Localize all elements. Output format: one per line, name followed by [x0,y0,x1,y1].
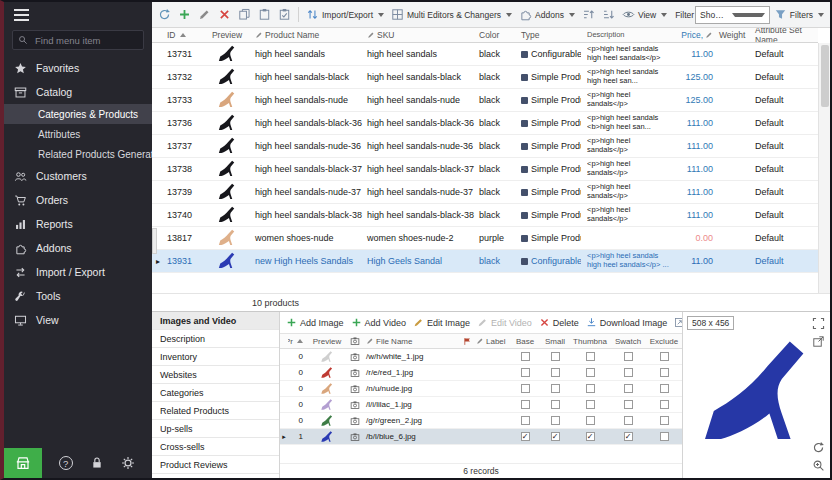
media-row[interactable]: 0 /l/i/lilac_1.jpg [280,397,682,413]
panel-splitter[interactable] [152,228,157,254]
small-checkbox[interactable] [540,381,570,396]
sidebar-item-related-products-generator[interactable]: Related Products Generator [4,144,152,164]
media-row[interactable]: 0 /n/u/nude.jpg [280,381,682,397]
sidebar-item-categories-products[interactable]: Categories & Products [4,104,152,124]
sidebar-item-addons[interactable]: Addons [4,236,152,260]
table-row[interactable]: 13817 women shoes-nude women shoes-nude-… [152,227,818,250]
small-checkbox[interactable] [540,413,570,428]
table-row-selected[interactable]: ▸ 13931 new High Heels Sandals High Geel… [152,250,818,273]
small-checkbox[interactable]: ✓ [540,429,570,444]
add-video-button[interactable]: Add Video [351,317,406,328]
zoom-button[interactable] [812,459,825,472]
swatch-checkbox[interactable] [610,365,646,380]
sidebar-item-favorites[interactable]: Favorites [4,56,152,80]
thumbnail-checkbox[interactable] [570,381,610,396]
filters-menu-button[interactable]: Filters [771,5,827,25]
media-row[interactable]: 0 /w/h/white_1.jpg [280,349,682,365]
sidebar-item-tools[interactable]: Tools [4,284,152,308]
add-product-button[interactable] [175,5,194,25]
media-row[interactable]: 0 /g/r/green_2.jpg [280,413,682,429]
view-menu-button[interactable]: View [619,5,670,25]
column-header-attribute-set[interactable]: Attribute Set Name [752,28,818,42]
sidebar-item-customers[interactable]: Customers [4,164,152,188]
tab-websites[interactable]: Websites [152,366,279,384]
column-header-flag[interactable] [460,334,474,348]
base-checkbox[interactable] [510,365,540,380]
column-header-position[interactable]: Pr [288,334,308,348]
tab-images-and-video[interactable]: Images and Video [152,312,279,330]
column-header-sku[interactable]: SKU [364,28,476,42]
exclude-checkbox[interactable] [646,429,682,444]
tab-description[interactable]: Description [152,330,279,348]
tab-categories[interactable]: Categories [152,384,279,402]
download-image-button[interactable]: Download Image [586,317,668,328]
swatch-checkbox[interactable] [610,413,646,428]
column-header-label[interactable]: Label [474,334,510,348]
exclude-checkbox[interactable] [646,349,682,364]
column-header-small[interactable]: Small [540,334,570,348]
paste-button[interactable] [255,5,274,25]
menu-search-input[interactable] [33,34,138,47]
sidebar-item-reports[interactable]: Reports [4,212,152,236]
multi-editors-menu-button[interactable]: Multi Editors & Changers [388,5,515,25]
table-row[interactable]: 13737 high heel sandals-nude-36 high hee… [152,135,818,158]
base-checkbox[interactable] [510,349,540,364]
swatch-checkbox[interactable] [610,397,646,412]
sort-ascending-button[interactable] [579,5,598,25]
tab-related-products[interactable]: Related Products [152,402,279,420]
swatch-checkbox[interactable]: ✓ [610,429,646,444]
refresh-button[interactable] [155,5,174,25]
column-header-preview[interactable]: Preview [202,28,252,42]
small-checkbox[interactable] [540,397,570,412]
tab-up-sells[interactable]: Up-sells [152,420,279,438]
thumbnail-checkbox[interactable] [570,413,610,428]
column-header-id[interactable]: ID [164,28,202,42]
table-row[interactable]: 13733 high heel sandals-nude high heel s… [152,89,818,112]
rotate-button[interactable] [812,441,825,454]
column-header-thumbnail[interactable]: Thumbna [570,334,610,348]
column-header-product-name[interactable]: Product Name [252,28,364,42]
column-header-price[interactable]: Price, [672,28,716,42]
set-resize-rule-button[interactable]: Set Resize Rule [674,317,682,328]
exclude-checkbox[interactable] [646,413,682,428]
table-row[interactable]: 13740 high heel sandals-black-38 high he… [152,204,818,227]
column-header-type[interactable]: Type [518,28,584,42]
delete-image-button[interactable]: Delete [539,317,579,328]
column-header-description[interactable]: Description [584,28,672,42]
thumbnail-checkbox[interactable]: ✓ [570,429,610,444]
open-external-button[interactable] [812,335,825,348]
base-checkbox[interactable]: ✓ [510,429,540,444]
delete-product-button[interactable] [215,5,234,25]
table-row[interactable]: 13731 high heel sandals high heel sandal… [152,43,818,66]
edit-image-button[interactable]: Edit Image [413,317,470,328]
thumbnail-checkbox[interactable] [570,349,610,364]
sidebar-item-view[interactable]: View [4,308,152,332]
exclude-checkbox[interactable] [646,397,682,412]
add-image-button[interactable]: Add Image [286,317,344,328]
vertical-scrollbar[interactable] [818,43,830,293]
table-row[interactable]: 13736 high heel sandals-black-36 high he… [152,112,818,135]
lock-button[interactable] [90,456,104,470]
column-header-base[interactable]: Base [510,334,540,348]
copy-button[interactable] [235,5,254,25]
column-header-swatch[interactable]: Swatch [610,334,646,348]
hamburger-menu-button[interactable] [4,2,152,28]
addons-menu-button[interactable]: Addons [516,5,578,25]
scrollbar-thumb[interactable] [821,45,829,107]
column-header-file-name[interactable]: File Name [364,334,460,348]
base-checkbox[interactable] [510,413,540,428]
paste-special-button[interactable] [275,5,294,25]
category-filter-select[interactable]: Show products from selected categories [695,6,770,24]
tab-inventory[interactable]: Inventory [152,348,279,366]
import-export-menu-button[interactable]: Import/Export [303,5,387,25]
column-header-camera[interactable] [346,334,364,348]
edit-product-button[interactable] [195,5,214,25]
column-header-weight[interactable]: Weight [716,28,752,42]
swatch-checkbox[interactable] [610,381,646,396]
swatch-checkbox[interactable] [610,349,646,364]
media-row-selected[interactable]: ▸ 1 /b/l/blue_6.jpg ✓ ✓ ✓ ✓ [280,429,682,445]
media-row[interactable]: 0 /r/e/red_1.jpg [280,365,682,381]
settings-gear-button[interactable] [121,456,135,470]
sidebar-item-attributes[interactable]: Attributes [4,124,152,144]
sidebar-item-import-export[interactable]: Import / Export [4,260,152,284]
